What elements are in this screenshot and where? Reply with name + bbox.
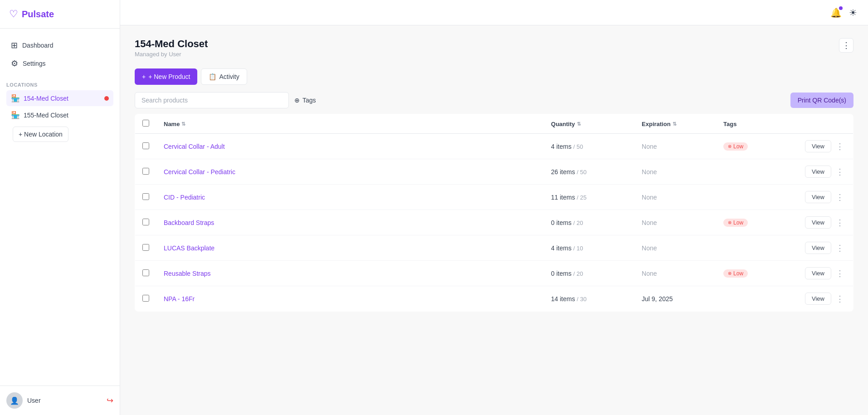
row-checkbox[interactable] xyxy=(142,168,149,175)
row-tags-cell: ⊗Low xyxy=(716,261,798,286)
row-actions: View ⋮ xyxy=(805,166,846,178)
th-quantity[interactable]: Quantity ⇅ xyxy=(544,114,634,134)
user-info: 👤 User xyxy=(6,392,41,409)
product-link[interactable]: CID - Pediatric xyxy=(164,194,205,201)
row-actions: View ⋮ xyxy=(805,242,846,254)
exp-value: Jul 9, 2025 xyxy=(642,295,673,303)
row-actions-cell: View ⋮ xyxy=(798,210,853,235)
product-link[interactable]: Backboard Straps xyxy=(164,219,214,226)
view-button[interactable]: View xyxy=(805,166,831,178)
th-actions xyxy=(798,114,853,134)
row-checkbox-cell xyxy=(135,185,157,210)
sidebar-item-settings[interactable]: ⚙ Settings xyxy=(6,55,113,72)
app-name: Pulsate xyxy=(22,9,54,20)
row-more-button[interactable]: ⋮ xyxy=(834,293,846,305)
row-actions: View ⋮ xyxy=(805,191,846,203)
view-button[interactable]: View xyxy=(805,216,831,229)
tags-plus-icon: ⊕ xyxy=(294,97,300,104)
page-title-area: 154-Med Closet Managed by User xyxy=(135,38,208,58)
th-expiration[interactable]: Expiration ⇅ xyxy=(634,114,716,134)
notification-icon[interactable]: 🔔 xyxy=(830,7,842,18)
location-icon-155: 🏪 xyxy=(11,111,20,119)
low-tag-icon: ⊗ xyxy=(728,144,731,149)
qty-max: / 50 xyxy=(577,169,587,176)
qty-sort-icon: ⇅ xyxy=(577,121,581,127)
row-tags-cell xyxy=(716,235,798,261)
row-checkbox[interactable] xyxy=(142,295,149,302)
sidebar-item-dashboard-label: Dashboard xyxy=(22,42,54,49)
low-tag-icon: ⊗ xyxy=(728,220,731,225)
exp-value: None xyxy=(642,194,657,201)
avatar: 👤 xyxy=(6,392,23,409)
sidebar-item-dashboard[interactable]: ⊞ Dashboard xyxy=(6,37,113,54)
print-qr-button[interactable]: Print QR Code(s) xyxy=(790,93,853,108)
search-input[interactable] xyxy=(135,92,289,108)
new-location-button[interactable]: + New Location xyxy=(13,127,68,142)
qty-value: 14 items xyxy=(551,295,575,303)
view-button[interactable]: View xyxy=(805,293,831,305)
exp-value: None xyxy=(642,143,657,150)
more-options-button[interactable]: ⋮ xyxy=(839,38,853,53)
tags-button[interactable]: ⊕ Tags xyxy=(294,97,316,104)
low-tag: ⊗Low xyxy=(723,219,748,227)
row-name-cell: Cervical Collar - Adult xyxy=(156,134,544,159)
sidebar-location-155[interactable]: 🏪 155-Med Closet xyxy=(6,107,113,123)
page-header: 154-Med Closet Managed by User ⋮ xyxy=(135,38,853,58)
sidebar-location-154[interactable]: 🏪 154-Med Closet xyxy=(6,90,113,106)
row-more-button[interactable]: ⋮ xyxy=(834,217,846,229)
product-link[interactable]: Cervical Collar - Adult xyxy=(164,143,225,150)
row-qty-cell: 0 items / 20 xyxy=(544,261,634,286)
view-button[interactable]: View xyxy=(805,191,831,203)
activity-button[interactable]: 📋 Activity xyxy=(201,68,247,85)
table-body: Cervical Collar - Adult 4 items / 50 Non… xyxy=(135,134,853,312)
product-link[interactable]: Cervical Collar - Pediatric xyxy=(164,168,235,176)
view-button[interactable]: View xyxy=(805,242,831,254)
sidebar: ♡ Pulsate ⊞ Dashboard ⚙ Settings Locatio… xyxy=(0,0,120,415)
row-name-cell: CID - Pediatric xyxy=(156,185,544,210)
view-button[interactable]: View xyxy=(805,140,831,152)
th-name[interactable]: Name ⇅ xyxy=(156,114,544,134)
logout-icon[interactable]: ↪ xyxy=(107,395,113,405)
tags-label: Tags xyxy=(302,97,316,104)
row-more-button[interactable]: ⋮ xyxy=(834,242,846,254)
table-row: NPA - 16Fr 14 items / 30 Jul 9, 2025 Vie… xyxy=(135,286,853,312)
qty-value: 0 items xyxy=(551,270,571,277)
qty-value: 11 items xyxy=(551,194,575,201)
row-checkbox-cell xyxy=(135,159,157,185)
qty-max: / 25 xyxy=(577,194,587,201)
select-all-checkbox[interactable] xyxy=(142,120,149,127)
low-tag-icon: ⊗ xyxy=(728,271,731,276)
view-button[interactable]: View xyxy=(805,267,831,279)
row-checkbox-cell xyxy=(135,134,157,159)
sidebar-location-154-label: 154-Med Closet xyxy=(24,95,101,102)
row-qty-cell: 4 items / 50 xyxy=(544,134,634,159)
row-tags-cell xyxy=(716,185,798,210)
page-subtitle: Managed by User xyxy=(135,51,208,58)
theme-toggle-icon[interactable]: ☀ xyxy=(849,7,857,18)
search-bar: ⊕ Tags Print QR Code(s) xyxy=(135,92,853,108)
user-name: User xyxy=(27,397,41,404)
new-product-button[interactable]: + + New Product xyxy=(135,68,197,85)
row-name-cell: Reusable Straps xyxy=(156,261,544,286)
row-more-button[interactable]: ⋮ xyxy=(834,166,846,178)
row-name-cell: LUCAS Backplate xyxy=(156,235,544,261)
row-checkbox[interactable] xyxy=(142,244,149,251)
th-tags: Tags xyxy=(716,114,798,134)
table-row: Cervical Collar - Pediatric 26 items / 5… xyxy=(135,159,853,185)
row-exp-cell: None xyxy=(634,235,716,261)
exp-sort-icon: ⇅ xyxy=(673,121,677,127)
sidebar-locations: 🏪 154-Med Closet 🏪 155-Med Closet + New … xyxy=(0,90,120,386)
qty-value: 4 items xyxy=(551,244,571,252)
row-more-button[interactable]: ⋮ xyxy=(834,141,846,152)
row-checkbox[interactable] xyxy=(142,219,149,225)
row-more-button[interactable]: ⋮ xyxy=(834,191,846,203)
activity-label: Activity xyxy=(219,73,239,80)
product-link[interactable]: NPA - 16Fr xyxy=(164,295,195,303)
row-checkbox[interactable] xyxy=(142,193,149,200)
row-qty-cell: 4 items / 10 xyxy=(544,235,634,261)
product-link[interactable]: LUCAS Backplate xyxy=(164,244,215,252)
row-checkbox[interactable] xyxy=(142,269,149,276)
row-checkbox[interactable] xyxy=(142,142,149,149)
product-link[interactable]: Reusable Straps xyxy=(164,270,211,277)
row-more-button[interactable]: ⋮ xyxy=(834,268,846,279)
